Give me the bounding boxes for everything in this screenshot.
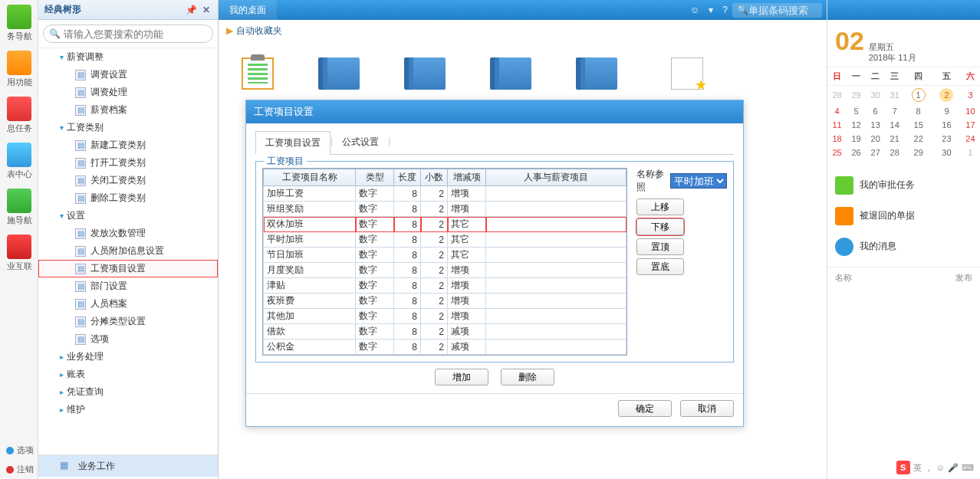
- node-pay-times[interactable]: ▤发放次数管理: [38, 225, 218, 242]
- node-person-archive[interactable]: ▤人员档案: [38, 295, 218, 313]
- calendar[interactable]: 日一二三四五六 28293031123456789101112131415161…: [827, 67, 980, 159]
- rail-logout[interactable]: 注销: [0, 460, 38, 479]
- cancel-button[interactable]: 取消: [680, 400, 734, 417]
- cal-day[interactable]: 22: [904, 132, 932, 146]
- table-row[interactable]: 双休加班数字82其它: [264, 217, 626, 232]
- move-top-button[interactable]: 置顶: [636, 238, 684, 255]
- cal-day[interactable]: 18: [827, 132, 847, 146]
- node-adjust-process[interactable]: ▤调资处理: [38, 84, 218, 101]
- doc-star-icon[interactable]: [671, 57, 703, 90]
- cal-day[interactable]: 29: [847, 85, 866, 104]
- rail-func[interactable]: 用功能: [0, 46, 38, 92]
- node-new-wage-cat[interactable]: ▤新建工资类别: [38, 136, 218, 154]
- cal-day[interactable]: 19: [847, 132, 866, 146]
- tab-my-desktop[interactable]: 我的桌面: [219, 0, 277, 20]
- msg-approvals[interactable]: 我的审批任务: [827, 170, 980, 201]
- node-salary-archive[interactable]: ▤薪资档案: [38, 101, 218, 119]
- cal-day[interactable]: 23: [932, 132, 961, 146]
- cal-day[interactable]: 8: [904, 104, 932, 118]
- book-icon[interactable]: [499, 57, 531, 90]
- ime-emoji-icon[interactable]: ☺: [936, 463, 945, 472]
- cal-day[interactable]: 4: [827, 104, 847, 118]
- cal-day[interactable]: 12: [847, 118, 866, 132]
- tab-wage-item[interactable]: 工资项目设置: [255, 131, 331, 155]
- cal-day[interactable]: 27: [866, 146, 885, 159]
- cal-day[interactable]: 1: [961, 146, 980, 159]
- cal-day[interactable]: 3: [961, 85, 980, 104]
- cal-day[interactable]: 11: [827, 118, 847, 132]
- cal-day[interactable]: 2: [932, 85, 961, 104]
- table-row[interactable]: 夜班费数字82增项: [264, 294, 626, 309]
- table-row[interactable]: 津贴数字82增项: [264, 278, 626, 294]
- table-row[interactable]: 借款数字82减项: [264, 324, 626, 340]
- cal-day[interactable]: 26: [847, 146, 866, 159]
- cal-day[interactable]: 30: [866, 85, 885, 104]
- ime-lang[interactable]: 英: [913, 462, 922, 474]
- cal-day[interactable]: 25: [827, 146, 847, 159]
- smile-icon[interactable]: ☺: [690, 5, 699, 15]
- cal-day[interactable]: 29: [904, 146, 932, 159]
- msg-mine[interactable]: 我的消息: [827, 231, 980, 262]
- clipboard-icon[interactable]: [242, 57, 274, 90]
- table-row[interactable]: 班组奖励数字82增项: [264, 202, 626, 217]
- help-icon[interactable]: ?: [722, 5, 728, 15]
- cal-day[interactable]: 1: [904, 85, 932, 104]
- cal-day[interactable]: 24: [961, 132, 980, 146]
- ok-button[interactable]: 确定: [618, 400, 672, 417]
- rail-nav[interactable]: 务导航: [0, 0, 38, 46]
- rail-biz[interactable]: 业互联: [0, 230, 38, 276]
- node-dept-setting[interactable]: ▤部门设置: [38, 277, 218, 295]
- col-hr[interactable]: 人事与薪资项目: [486, 169, 626, 186]
- col-dec[interactable]: 小数: [421, 169, 448, 186]
- tab-formula[interactable]: 公式设置: [333, 131, 388, 154]
- close-icon[interactable]: ✕: [201, 5, 212, 15]
- node-del-wage-cat[interactable]: ▤删除工资类别: [38, 189, 218, 207]
- move-bottom-button[interactable]: 置底: [636, 258, 684, 275]
- node-close-wage-cat[interactable]: ▤关闭工资类别: [38, 172, 218, 189]
- node-person-extra[interactable]: ▤人员附加信息设置: [38, 242, 218, 260]
- pin-icon[interactable]: 📌: [186, 5, 196, 15]
- table-row[interactable]: 其他加数字82增项: [264, 309, 626, 324]
- col-len[interactable]: 长度: [394, 169, 421, 186]
- cal-day[interactable]: 16: [932, 118, 961, 132]
- barcode-search-input[interactable]: [748, 5, 817, 16]
- ref-select[interactable]: 平时加班: [670, 173, 727, 189]
- cal-day[interactable]: 15: [904, 118, 932, 132]
- cal-day[interactable]: 21: [885, 132, 904, 146]
- cal-day[interactable]: 20: [866, 132, 885, 146]
- wage-item-table-wrap[interactable]: 工资项目名称 类型 长度 小数 增减项 人事与薪资项目 加班工资数字82增项班组…: [262, 168, 627, 356]
- cal-day[interactable]: 9: [932, 104, 961, 118]
- book-icon[interactable]: [413, 57, 446, 90]
- node-alloc-type[interactable]: ▤分摊类型设置: [38, 313, 218, 330]
- rail-options[interactable]: 选项: [0, 441, 38, 460]
- auto-favorites[interactable]: ▶自动收藏夹: [219, 20, 827, 42]
- book-icon[interactable]: [585, 57, 617, 90]
- ime-punct-icon[interactable]: ，: [925, 462, 933, 474]
- barcode-search[interactable]: 🔍: [732, 3, 822, 18]
- ime-keyboard-icon[interactable]: ⌨: [962, 463, 974, 473]
- cal-day[interactable]: 28: [885, 146, 904, 159]
- rail-report[interactable]: 表中心: [0, 138, 38, 184]
- node-voucher-query[interactable]: ▸凭证查询: [38, 383, 218, 401]
- node-wage-category[interactable]: ▾工资类别: [38, 119, 218, 136]
- node-biz-process[interactable]: ▸业务处理: [38, 348, 218, 366]
- delete-button[interactable]: 删除: [501, 369, 554, 385]
- cal-day[interactable]: 7: [885, 104, 904, 118]
- rail-task[interactable]: 息任务: [0, 92, 38, 138]
- cal-day[interactable]: 5: [847, 104, 866, 118]
- cal-day[interactable]: 10: [961, 104, 980, 118]
- table-row[interactable]: 公积金数字82减项: [264, 340, 626, 355]
- move-down-button[interactable]: 下移: [636, 218, 684, 235]
- col-name[interactable]: 工资项目名称: [264, 169, 356, 186]
- add-button[interactable]: 增加: [435, 369, 488, 385]
- cal-day[interactable]: 13: [866, 118, 885, 132]
- tree-search-input[interactable]: [43, 25, 213, 43]
- node-salary-adjust[interactable]: ▾薪资调整: [38, 48, 218, 66]
- table-row[interactable]: 社会保险数字82减项: [264, 355, 626, 356]
- table-row[interactable]: 月度奖励数字82增项: [264, 263, 626, 278]
- msg-returned[interactable]: 被退回的单据: [827, 201, 980, 231]
- cal-day[interactable]: 14: [885, 118, 904, 132]
- node-options[interactable]: ▤选项: [38, 330, 218, 348]
- cal-day[interactable]: 6: [866, 104, 885, 118]
- cal-day[interactable]: 17: [961, 118, 980, 132]
